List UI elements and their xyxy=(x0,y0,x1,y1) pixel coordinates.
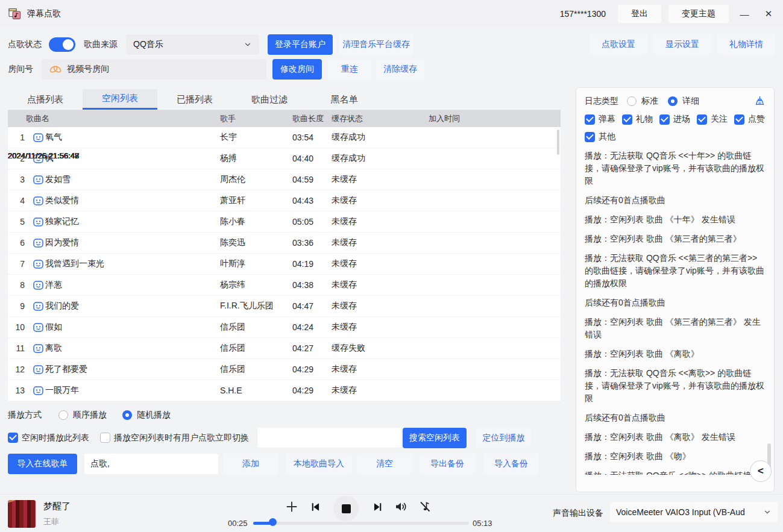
export-backup-button[interactable]: 导出备份 xyxy=(420,454,475,474)
now-playing-artist: 王菲 xyxy=(43,516,59,527)
log-entry: 后续还有0首点播歌曲 xyxy=(585,412,766,424)
radio-label: 顺序播放 xyxy=(73,410,107,421)
idle-play-checkbox[interactable] xyxy=(8,433,18,443)
song-settings-button[interactable]: 点歌设置 xyxy=(590,34,647,55)
table-row[interactable]: 12死了都要爱信乐团04:29未缓存2024/11/26 21:56:48 xyxy=(8,359,561,380)
log-filter-checkbox[interactable]: 其他 xyxy=(585,131,615,142)
table-row[interactable]: 9我们的爱F.I.R.飞儿乐团04:47未缓存2024/11/26 21:56:… xyxy=(8,296,561,317)
command-prefix-input[interactable] xyxy=(84,454,218,474)
log-inner: 日志类型 标准详细 弹幕礼物进场关注点赞其他 播放：无法获取 QQ音乐 <<十年… xyxy=(576,88,774,482)
song-name: 因为爱情 xyxy=(45,237,220,248)
table-row[interactable]: 11离歌信乐团04:27缓存失败2024/11/26 21:56:48 xyxy=(8,338,561,359)
log-entry: 播放：无法获取 QQ音乐 <<离歌>> 的歌曲链接，请确保登录了vip账号，并有… xyxy=(585,367,766,405)
song-artist: 周杰伦 xyxy=(220,174,292,185)
log-filter-checkbox[interactable]: 礼物 xyxy=(622,114,653,125)
song-source-label: 歌曲来源 xyxy=(84,39,118,50)
previous-track-icon[interactable] xyxy=(310,501,321,513)
qq-music-icon xyxy=(33,260,45,269)
table-row[interactable]: 5独家记忆陈小春05:05未缓存2024/11/26 21:56:48 xyxy=(8,211,561,233)
close-button[interactable]: ✕ xyxy=(760,8,777,19)
log-type-option[interactable]: 标准 xyxy=(627,96,658,107)
play-mode-group: 顺序播放随机播放 xyxy=(58,410,171,421)
song-name: 死了都要爱 xyxy=(45,364,220,375)
song-status-toggle[interactable] xyxy=(49,37,75,52)
stop-button[interactable] xyxy=(333,496,359,521)
cache-status: 未缓存 xyxy=(332,385,420,396)
progress-thumb[interactable] xyxy=(269,518,277,526)
log-filter-checkbox[interactable]: 弹幕 xyxy=(585,114,615,125)
play-mode-option[interactable]: 顺序播放 xyxy=(58,410,107,421)
song-artist: 叶斯淳 xyxy=(220,258,292,269)
stop-icon xyxy=(342,504,351,513)
log-filter-checkbox[interactable]: 点赞 xyxy=(734,114,765,125)
tab-blacklist[interactable]: 黑名单 xyxy=(307,89,382,110)
import-backup-button[interactable]: 导入备份 xyxy=(483,454,539,474)
tab-request-list[interactable]: 点播列表 xyxy=(8,89,83,110)
song-name: 离歌 xyxy=(45,343,220,354)
idle-search-input[interactable] xyxy=(257,428,401,448)
collapse-log-button[interactable]: < xyxy=(750,460,772,482)
next-track-icon[interactable] xyxy=(372,501,383,513)
logout-button[interactable]: 登出 xyxy=(618,5,661,23)
clear-cache-button[interactable]: 清除缓存 xyxy=(376,59,424,80)
local-import-button[interactable]: 本地歌曲导入 xyxy=(286,454,352,474)
clear-list-button[interactable]: 清空 xyxy=(357,454,412,474)
song-name: 氧气 xyxy=(45,132,220,143)
play-mode-option[interactable]: 随机播放 xyxy=(122,410,171,421)
qq-music-icon xyxy=(33,133,45,142)
reconnect-button[interactable]: 重连 xyxy=(328,59,371,80)
desktop-lyrics-off-icon[interactable] xyxy=(418,499,432,514)
modify-room-button[interactable]: 修改房间 xyxy=(272,59,322,80)
album-art xyxy=(8,500,36,528)
switch-on-request-checkbox[interactable] xyxy=(100,433,110,443)
login-platform-button[interactable]: 登录平台账户 xyxy=(268,34,333,55)
song-length: 04:29 xyxy=(292,365,332,374)
add-song-icon[interactable] xyxy=(284,499,300,515)
table-row[interactable]: 2枫杨搏04:40缓存成功2024/11/26 21:56:47 xyxy=(8,148,561,169)
change-theme-button[interactable]: 变更主题 xyxy=(668,5,729,23)
tab-song-filter[interactable]: 歌曲过滤 xyxy=(232,89,307,110)
progress-track[interactable] xyxy=(253,522,469,525)
log-entry: 播放：空闲列表 歌曲 《离歌》 发生错误 xyxy=(585,431,766,443)
chevron-down-icon xyxy=(763,508,772,516)
checkbox-icon xyxy=(697,114,707,125)
add-button[interactable]: 添加 xyxy=(223,454,278,474)
clean-music-cache-button[interactable]: 清理音乐平台缓存 xyxy=(339,34,414,55)
gift-details-button[interactable]: 礼物详情 xyxy=(717,34,775,55)
song-artist: 信乐团 xyxy=(220,322,292,333)
song-list-panel: 点播列表空闲列表已播列表歌曲过滤黑名单 歌曲名 歌手 歌曲长度 缓存状态 加入时… xyxy=(8,89,561,474)
import-online-playlist-button[interactable]: 导入在线歌单 xyxy=(8,454,77,474)
cache-status: 未缓存 xyxy=(332,195,420,206)
table-row[interactable]: 1氧气长宇03:54缓存成功2024/11/26 21:56:47 xyxy=(8,127,561,148)
minimize-button[interactable]: — xyxy=(736,9,753,19)
table-row[interactable]: 7我曾遇到一束光叶斯淳04:19未缓存2024/11/26 21:56:48 xyxy=(8,254,561,275)
table-row[interactable]: 6因为爱情陈奕迅03:36未缓存2024/11/26 21:56:48 xyxy=(8,233,561,254)
table-row[interactable]: 3发如雪周杰伦04:59未缓存2024/11/26 21:56:47 xyxy=(8,169,561,190)
locate-playing-button[interactable]: 定位到播放 xyxy=(476,428,531,448)
cache-status: 缓存成功 xyxy=(332,132,420,143)
tab-idle-list[interactable]: 空闲列表 xyxy=(83,89,157,110)
audio-output-select[interactable]: VoiceMeeter VAIO3 Input (VB-Aud xyxy=(610,502,778,522)
tab-played-list[interactable]: 已播列表 xyxy=(157,89,232,110)
table-row[interactable]: 13一眼万年S.H.E04:29未缓存2024/11/26 21:56:48 xyxy=(8,380,561,401)
radio-label: 标准 xyxy=(641,96,658,107)
room-input[interactable]: 视频号房间 xyxy=(42,59,266,80)
log-type-option[interactable]: 详细 xyxy=(668,96,699,107)
log-filter-checkbox[interactable]: 进场 xyxy=(659,114,690,125)
table-row[interactable]: 4类似爱情萧亚轩04:43未缓存2024/11/26 21:56:47 xyxy=(8,190,561,211)
song-artist: 信乐团 xyxy=(220,343,292,354)
log-header: 日志类型 标准详细 xyxy=(585,95,766,107)
display-settings-button[interactable]: 显示设置 xyxy=(653,34,711,55)
qq-music-icon xyxy=(33,365,45,374)
song-artist: 杨搏 xyxy=(220,153,292,164)
clear-log-icon[interactable] xyxy=(754,95,766,107)
row-number: 5 xyxy=(8,217,33,227)
table-scrollbar-thumb[interactable] xyxy=(557,130,559,155)
song-length: 05:05 xyxy=(292,217,332,227)
table-row[interactable]: 8洋葱杨宗纬04:38未缓存2024/11/26 21:56:48 xyxy=(8,275,561,296)
search-idle-list-button[interactable]: 搜索空闲列表 xyxy=(403,428,467,448)
table-row[interactable]: 10假如信乐团04:24未缓存2024/11/26 21:56:48 xyxy=(8,317,561,338)
volume-icon[interactable] xyxy=(394,499,408,514)
song-source-select[interactable]: QQ音乐 xyxy=(126,34,259,55)
log-filter-checkbox[interactable]: 关注 xyxy=(697,114,728,125)
